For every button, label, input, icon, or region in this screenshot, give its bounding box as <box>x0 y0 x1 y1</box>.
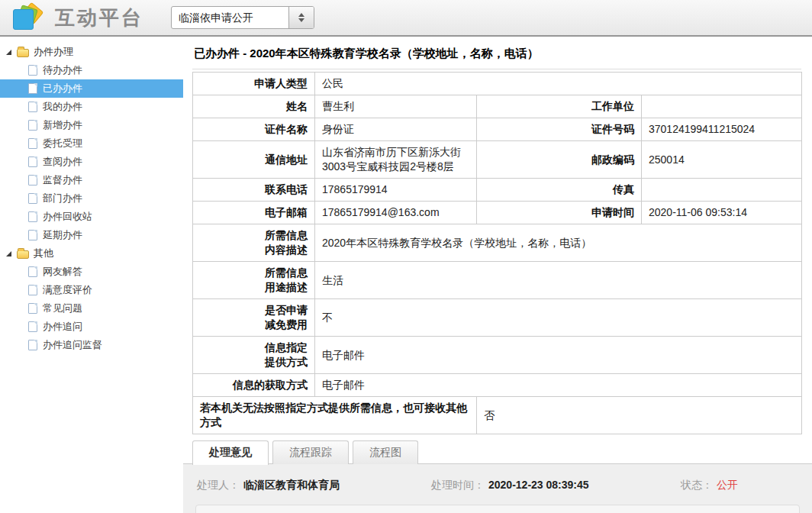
sidebar-item-label: 延期办件 <box>43 228 82 242</box>
field-value: 370124199411215024 <box>642 118 802 141</box>
field-value: 2020年本区特殊教育学校名录（学校地址，名称，电话） <box>315 224 802 262</box>
field-value <box>642 179 802 202</box>
tab-0[interactable]: 处理意见 <box>192 440 269 465</box>
document-icon <box>28 156 37 167</box>
tab-1[interactable]: 流程跟踪 <box>272 440 349 464</box>
tree-folder-label: 其他 <box>34 247 53 260</box>
arrow-up-icon <box>298 13 304 17</box>
document-icon <box>28 175 37 186</box>
sidebar-item-label: 部门办件 <box>43 192 82 205</box>
sidebar-item[interactable]: 网友解答 <box>0 263 183 281</box>
table-row: 通信地址山东省济南市历下区新泺大街3003号宝威科技园2号楼8层邮政编码2500… <box>193 141 802 179</box>
status-badge: 公开 <box>717 479 738 491</box>
table-row: 所需信息 内容描述2020年本区特殊教育学校名录（学校地址，名称，电话） <box>193 224 802 262</box>
tree-expander-icon[interactable] <box>6 50 11 55</box>
field-label: 若本机关无法按照指定方式提供所需信息，也可接收其他方式 <box>193 397 477 434</box>
sidebar-item-label: 办件回收站 <box>43 210 92 224</box>
handler-value: 临淄区教育和体育局 <box>243 479 340 491</box>
field-label: 是否申请 减免费用 <box>193 299 315 337</box>
document-icon <box>28 266 37 277</box>
sidebar-item-label: 常见问题 <box>43 302 82 315</box>
field-value <box>642 95 802 118</box>
tree-folder-node[interactable]: 办件办理 <box>0 43 183 61</box>
tree-folder-node[interactable]: 其他 <box>0 244 183 263</box>
sidebar-item-label: 查阅办件 <box>43 155 82 169</box>
document-icon <box>28 193 37 204</box>
sidebar-item[interactable]: 已办办件 <box>0 79 183 98</box>
sidebar-item[interactable]: 延期办件 <box>0 226 183 244</box>
document-icon <box>28 102 37 112</box>
sidebar-item-label: 新增办件 <box>43 118 82 132</box>
sidebar-item-label: 办件追问 <box>43 320 82 334</box>
sidebar-item-label: 满意度评价 <box>43 283 92 297</box>
document-icon <box>28 120 37 131</box>
channel-select[interactable]: 临淄依申请公开 <box>171 6 314 29</box>
tab-2[interactable]: 流程图 <box>353 440 418 464</box>
field-value: 公民 <box>315 73 802 95</box>
sidebar-tree: 办件办理待办办件已办办件我的办件新增办件委托受理查阅办件监督办件部门办件办件回收… <box>0 43 183 354</box>
status-label: 状态： <box>681 479 713 491</box>
sidebar: 办件办理待办办件已办办件我的办件新增办件委托受理查阅办件监督办件部门办件办件回收… <box>0 37 183 511</box>
field-label: 证件名称 <box>193 118 315 141</box>
document-icon <box>28 230 37 240</box>
table-row: 姓名曹生利工作单位 <box>193 95 802 118</box>
sidebar-item[interactable]: 满意度评价 <box>0 281 183 299</box>
sidebar-item[interactable]: 监督办件 <box>0 171 183 189</box>
main-content: 已办办件 - 2020年本区特殊教育学校名录（学校地址，名称，电话） 申请人类型… <box>183 37 812 511</box>
table-row: 联系电话17865179914传真 <box>193 179 802 202</box>
result-panel: 处理人：临淄区教育和体育局 处理时间：2020-12-23 08:39:45 状… <box>183 463 812 513</box>
field-label: 电子邮箱 <box>193 202 315 224</box>
channel-select-spinner-button[interactable] <box>288 7 314 28</box>
handle-time-label: 处理时间： <box>431 479 485 491</box>
channel-select-value: 临淄依申请公开 <box>172 7 288 28</box>
field-value: 电子邮件 <box>315 374 802 397</box>
tree-folder-label: 办件办理 <box>34 45 73 59</box>
field-label: 姓名 <box>193 95 315 118</box>
sidebar-item[interactable]: 办件追问 <box>0 318 183 336</box>
document-icon <box>28 340 37 350</box>
sidebar-item[interactable]: 委托受理 <box>0 134 183 153</box>
sidebar-item[interactable]: 常见问题 <box>0 299 183 318</box>
sidebar-item[interactable]: 办件回收站 <box>0 208 183 226</box>
reply-box: 我单位已于2020年12月1日通过电子邮件形式对此件进行了答复。 <box>195 505 800 513</box>
field-value: 电子邮件 <box>315 337 802 374</box>
detail-table: 申请人类型公民姓名曹生利工作单位证件名称身份证证件号码3701241994112… <box>192 72 802 434</box>
logo-blue-note-icon <box>13 9 34 30</box>
handle-time-value: 2020-12-23 08:39:45 <box>488 479 589 491</box>
table-row: 是否申请 减免费用不 <box>193 299 802 337</box>
sidebar-item-label: 网友解答 <box>43 265 82 279</box>
table-row: 电子邮箱17865179914@163.com申请时间2020-11-06 09… <box>193 202 802 224</box>
sidebar-item-label: 已办办件 <box>43 82 82 95</box>
field-value: 山东省济南市历下区新泺大街3003号宝威科技园2号楼8层 <box>315 141 477 179</box>
field-value: 生活 <box>315 262 802 299</box>
sidebar-item[interactable]: 办件追问监督 <box>0 336 183 354</box>
app-title: 互动平台 <box>55 5 143 31</box>
tree-expander-icon[interactable] <box>6 251 11 256</box>
sidebar-item[interactable]: 查阅办件 <box>0 153 183 171</box>
handler-field: 处理人：临淄区教育和体育局 <box>197 479 431 492</box>
document-icon <box>28 211 37 222</box>
document-icon <box>28 138 37 149</box>
sidebar-item-label: 委托受理 <box>43 137 82 150</box>
field-value: 17865179914@163.com <box>315 202 477 224</box>
field-label: 传真 <box>477 179 642 202</box>
sidebar-item[interactable]: 待办办件 <box>0 61 183 79</box>
field-label: 信息的获取方式 <box>193 374 315 397</box>
handler-label: 处理人： <box>197 479 240 491</box>
field-label: 联系电话 <box>193 179 315 202</box>
field-value: 不 <box>315 299 802 337</box>
sidebar-item[interactable]: 新增办件 <box>0 116 183 134</box>
table-row: 信息指定 提供方式电子邮件 <box>193 337 802 374</box>
field-label: 申请人类型 <box>193 73 315 95</box>
table-row: 若本机关无法按照指定方式提供所需信息，也可接收其他方式否 <box>193 397 802 434</box>
sidebar-item-label: 我的办件 <box>43 100 82 114</box>
field-label: 证件号码 <box>477 118 642 141</box>
field-label: 工作单位 <box>477 95 642 118</box>
sidebar-item-label: 办件追问监督 <box>43 338 102 352</box>
sidebar-item[interactable]: 部门办件 <box>0 189 183 208</box>
result-meta-row: 处理人：临淄区教育和体育局 处理时间：2020-12-23 08:39:45 状… <box>183 464 812 502</box>
page-title: 已办办件 - 2020年本区特殊教育学校名录（学校地址，名称，电话） <box>192 37 801 69</box>
field-label: 所需信息 用途描述 <box>193 262 315 299</box>
sidebar-item[interactable]: 我的办件 <box>0 98 183 116</box>
document-icon <box>28 303 37 314</box>
